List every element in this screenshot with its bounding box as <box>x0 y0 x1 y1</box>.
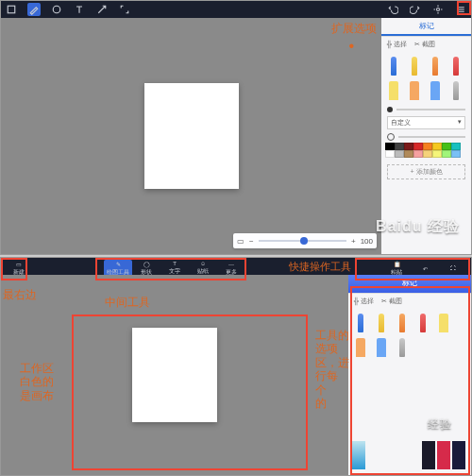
text-icon[interactable] <box>73 3 86 16</box>
expand-icon[interactable] <box>118 3 131 16</box>
photo-thumb <box>422 441 465 469</box>
tab-mark[interactable]: 标记 <box>348 275 471 293</box>
stroke-slider[interactable] <box>398 136 465 138</box>
panel-sub-select[interactable]: ╬ 选择 <box>354 297 374 306</box>
color-swatch[interactable] <box>404 143 413 150</box>
work-area[interactable] <box>1 18 381 254</box>
pen-tools <box>348 309 471 362</box>
stroke-row <box>381 131 471 143</box>
brush-icon[interactable] <box>27 3 41 16</box>
pen-blue[interactable] <box>352 313 369 333</box>
pen-blue[interactable] <box>385 56 402 76</box>
color-swatch[interactable] <box>442 150 451 158</box>
add-color-button[interactable]: + 添加颜色 <box>387 164 465 179</box>
pencil-gray[interactable] <box>394 337 411 358</box>
color-swatch[interactable] <box>423 143 432 150</box>
crop-icon[interactable] <box>5 3 18 16</box>
panel-tabs: 标记 <box>381 18 471 37</box>
marker-yellow[interactable] <box>435 313 452 333</box>
pen-red[interactable] <box>447 56 464 76</box>
tab-mark[interactable]: 标记 <box>381 18 471 36</box>
color-swatch[interactable] <box>432 150 442 158</box>
size-slider[interactable] <box>396 109 465 110</box>
pen-yellow[interactable] <box>373 313 390 333</box>
color-swatch[interactable] <box>395 143 404 150</box>
side-panel: 标记 ╬ 选择 ✂ 截图 经验 <box>348 275 471 475</box>
size-preview-icon <box>387 107 393 112</box>
canvas[interactable] <box>144 83 239 189</box>
marker-yellow[interactable] <box>385 80 402 101</box>
color-swatch[interactable] <box>442 143 451 150</box>
main-toolbar <box>1 1 471 18</box>
panel-sub-crop[interactable]: ✂ 截图 <box>381 297 402 306</box>
zoom-thumb[interactable] <box>300 237 308 245</box>
zoom-out-icon[interactable]: − <box>249 237 254 246</box>
marker-blue[interactable] <box>427 80 444 101</box>
menu-icon[interactable] <box>454 3 467 16</box>
canvas[interactable] <box>132 328 217 422</box>
settings-icon[interactable] <box>431 3 445 16</box>
color-swatch[interactable] <box>451 150 461 158</box>
pen-red[interactable] <box>414 313 431 333</box>
svg-point-2 <box>437 8 440 11</box>
marker-orange[interactable] <box>406 80 423 101</box>
arrow-icon[interactable] <box>95 3 109 16</box>
watermark: Baidu 经验 <box>376 217 460 237</box>
zoom-bar: ▭ − + 100 <box>233 233 377 248</box>
color-swatch[interactable] <box>385 150 395 158</box>
redo-icon[interactable] <box>409 3 422 16</box>
work-area[interactable] <box>1 275 348 475</box>
color-swatch[interactable] <box>385 143 395 150</box>
svg-rect-0 <box>8 6 15 13</box>
color-palette <box>381 143 471 162</box>
color-swatch[interactable] <box>395 150 404 158</box>
color-swatch[interactable] <box>404 150 413 158</box>
color-swatch[interactable] <box>413 150 423 158</box>
marker-blue[interactable] <box>373 337 390 358</box>
size-row <box>381 105 471 114</box>
stroke-preview-icon <box>387 133 395 141</box>
pen-yellow[interactable] <box>406 56 423 76</box>
photo-thumb <box>352 441 365 469</box>
pencil-gray[interactable] <box>447 80 464 101</box>
pen-orange[interactable] <box>394 313 411 333</box>
color-swatch[interactable] <box>423 150 432 158</box>
screenshot-top: 标记 ╬ 选择 ✂ 截图 自定义 <box>0 0 472 255</box>
svg-point-1 <box>53 6 60 13</box>
undo-icon[interactable] <box>386 3 399 16</box>
color-swatch[interactable] <box>451 143 461 150</box>
shape-icon[interactable] <box>50 3 63 16</box>
marker-orange[interactable] <box>352 337 369 358</box>
pen-orange[interactable] <box>427 56 444 76</box>
screenshot-bottom: ▭新建 ✎绘图工具 ◯形状 T文字 ☺贴纸 ⋯更多 📋粘贴 ↶ ⛶ 标记 ╬ 选… <box>0 257 472 476</box>
color-swatch[interactable] <box>432 143 442 150</box>
watermark: 经验 <box>428 416 452 433</box>
size-dropdown[interactable]: 自定义 <box>387 116 465 129</box>
panel-sub-select[interactable]: ╬ 选择 <box>387 40 407 49</box>
panel-sub-crop[interactable]: ✂ 截图 <box>414 40 435 49</box>
zoom-slider[interactable] <box>259 240 346 242</box>
zoom-fit-icon[interactable]: ▭ <box>237 237 244 246</box>
color-swatch[interactable] <box>413 143 423 150</box>
zoom-pct: 100 <box>361 237 373 246</box>
zoom-in-icon[interactable]: + <box>351 237 356 246</box>
pen-tools <box>381 52 471 105</box>
